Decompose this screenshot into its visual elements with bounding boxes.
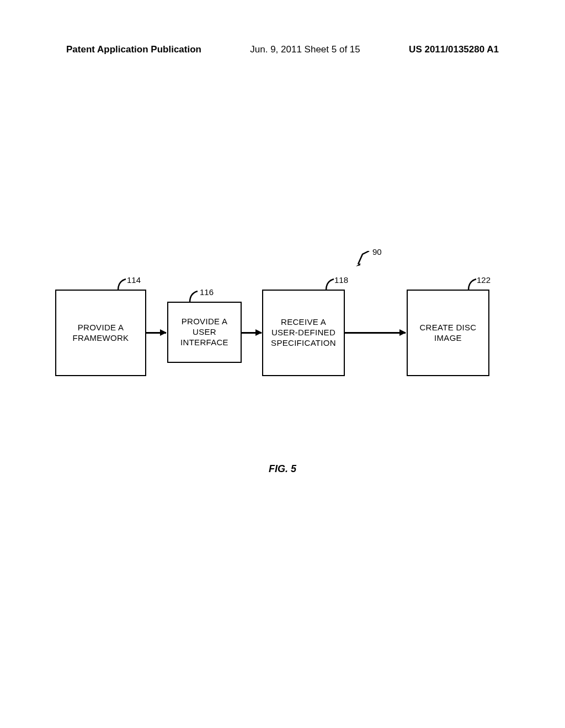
box-text-line: IMAGE xyxy=(434,333,462,344)
flow-box-receive-spec: RECEIVE A USER-DEFINED SPECIFICATION xyxy=(262,290,345,376)
box-text-line: RECEIVE A xyxy=(281,317,326,328)
diagram-ref-hook xyxy=(356,251,371,266)
flowchart-diagram: 90 114 PROVIDE A FRAMEWORK 116 PROVIDE A… xyxy=(55,259,491,392)
header-publication: Patent Application Publication xyxy=(66,44,201,55)
box-ref-label: 116 xyxy=(200,287,214,297)
flow-box-provide-framework: PROVIDE A FRAMEWORK xyxy=(55,290,146,376)
box-text-line: USER-DEFINED xyxy=(271,328,335,338)
figure-caption: FIG. 5 xyxy=(0,463,565,475)
box-ref-label: 118 xyxy=(334,275,348,285)
box-text-line: FRAMEWORK xyxy=(73,333,129,344)
box-text-line: PROVIDE A xyxy=(78,323,124,333)
box-text-line: INTERFACE xyxy=(180,338,228,348)
box-text-line: CREATE DISC xyxy=(419,323,476,333)
diagram-ref-label: 90 xyxy=(372,247,382,256)
page-header: Patent Application Publication Jun. 9, 2… xyxy=(0,44,565,55)
box-text-line: PROVIDE A USER xyxy=(169,317,239,338)
flow-box-provide-ui: PROVIDE A USER INTERFACE xyxy=(167,302,242,363)
header-patent-number: US 2011/0135280 A1 xyxy=(409,44,499,55)
flow-arrow-icon xyxy=(242,332,262,334)
flow-arrow-icon xyxy=(345,332,406,334)
box-ref-label: 122 xyxy=(477,275,491,285)
header-date-sheet: Jun. 9, 2011 Sheet 5 of 15 xyxy=(250,44,360,55)
box-ref-label: 114 xyxy=(127,275,141,285)
flow-arrow-icon xyxy=(146,332,166,334)
box-text-line: SPECIFICATION xyxy=(271,338,336,349)
flow-box-create-disc-image: CREATE DISC IMAGE xyxy=(407,290,489,376)
